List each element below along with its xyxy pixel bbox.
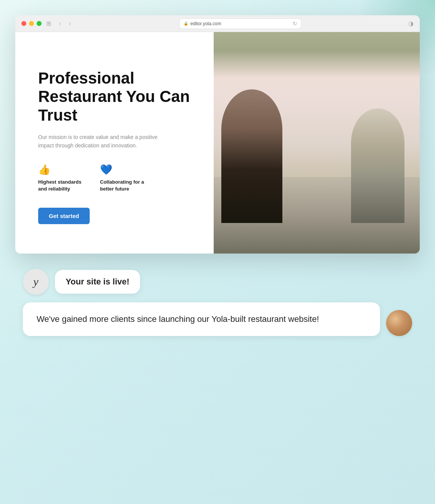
heart-icon: 💙: [100, 164, 150, 176]
notification-bubble: Your site is live!: [55, 270, 140, 294]
plant-shelf: [214, 32, 420, 78]
website-description: Our mission is to create value and make …: [38, 133, 160, 150]
website-heading: Professional Restaurant You Can Trust: [38, 69, 191, 124]
get-started-button[interactable]: Get started: [38, 208, 90, 224]
maximize-button[interactable]: [37, 21, 42, 26]
url-bar[interactable]: 🔒 editor.yola.com ↻: [179, 18, 301, 29]
features-row: 👍 Highest standards and reliability 💙 Co…: [38, 164, 191, 192]
main-wrapper: ⊞ ‹ › 🔒 editor.yola.com ↻ ◑ Professional…: [15, 15, 420, 489]
feature-label-standards: Highest standards and reliability: [38, 179, 88, 192]
notification-row: y Your site is live!: [23, 269, 412, 295]
feature-item-collaborating: 💙 Collaborating for a better future: [100, 164, 150, 192]
testimonial-text: We've gained more clients since launchin…: [37, 314, 319, 324]
chat-section: y Your site is live! We've gained more c…: [15, 254, 420, 344]
website-left-panel: Professional Restaurant You Can Trust Ou…: [15, 32, 214, 254]
traffic-lights: [21, 21, 42, 26]
browser-titlebar: ⊞ ‹ › 🔒 editor.yola.com ↻ ◑: [15, 15, 420, 32]
website-content: Professional Restaurant You Can Trust Ou…: [15, 32, 420, 254]
lock-icon: 🔒: [184, 21, 188, 26]
close-button[interactable]: [21, 21, 26, 26]
sidebar-toggle-icon[interactable]: ⊞: [46, 20, 51, 27]
restaurant-image: [214, 32, 420, 254]
feature-label-collaborating: Collaborating for a better future: [100, 179, 150, 192]
testimonial-row: We've gained more clients since launchin…: [23, 302, 412, 336]
privacy-icon[interactable]: ◑: [408, 20, 414, 27]
yola-avatar: y: [23, 269, 49, 295]
url-bar-wrapper: 🔒 editor.yola.com ↻: [77, 18, 404, 29]
person-staff: [351, 108, 404, 223]
forward-icon[interactable]: ›: [67, 19, 72, 28]
minimize-button[interactable]: [29, 21, 34, 26]
yola-logo-text: y: [33, 275, 38, 288]
notification-text: Your site is live!: [66, 277, 129, 286]
url-text: editor.yola.com: [190, 21, 221, 26]
user-avatar: [386, 310, 412, 336]
thumbs-up-icon: 👍: [38, 164, 88, 176]
website-image-panel: [214, 32, 420, 254]
browser-window: ⊞ ‹ › 🔒 editor.yola.com ↻ ◑ Professional…: [15, 15, 420, 254]
feature-item-standards: 👍 Highest standards and reliability: [38, 164, 88, 192]
avatar-face: [386, 310, 412, 336]
testimonial-bubble: We've gained more clients since launchin…: [23, 302, 380, 336]
person-customer: [221, 89, 282, 223]
reload-icon[interactable]: ↻: [293, 21, 297, 27]
back-icon[interactable]: ‹: [57, 19, 63, 28]
